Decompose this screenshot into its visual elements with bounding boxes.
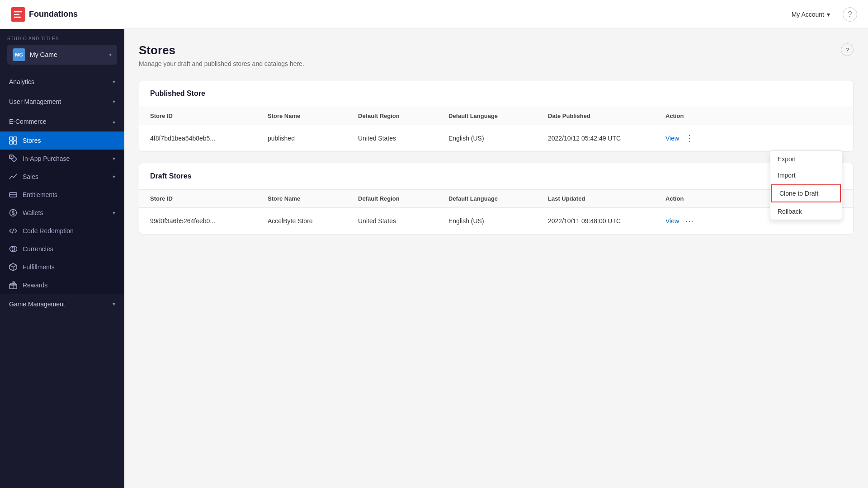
draft-stores-header: Draft Stores	[139, 163, 853, 190]
col-store-name-published: Store Name	[268, 113, 358, 119]
wallets-chevron-icon: ▾	[113, 210, 115, 216]
in-app-purchase-label: In-App Purchase	[23, 155, 70, 162]
svg-line-10	[12, 229, 14, 233]
dropdown-export[interactable]: Export	[770, 151, 842, 167]
app-body: STUDIO AND TITLES MG My Game ▾ Analytics…	[0, 29, 868, 488]
published-store-language: English (US)	[448, 135, 548, 142]
published-store-dropdown: Export Import Clone to Draft Rollback	[770, 150, 842, 220]
main-content: ? Stores Manage your draft and published…	[124, 29, 868, 488]
col-default-language-draft: Default Language	[448, 195, 548, 202]
draft-store-language: English (US)	[448, 217, 548, 225]
studio-name: My Game	[30, 51, 104, 58]
col-last-updated-draft: Last Updated	[548, 195, 665, 202]
my-account-label: My Account	[792, 11, 824, 18]
analytics-label: Analytics	[9, 78, 34, 85]
published-store-table-header: Store ID Store Name Default Region Defau…	[139, 107, 853, 125]
published-store-view-link[interactable]: View	[665, 135, 679, 142]
sidebar-item-rewards[interactable]: Rewards	[0, 276, 124, 294]
studio-selector[interactable]: MG My Game ▾	[7, 45, 117, 65]
sidebar-item-entitlements[interactable]: Entitlements	[0, 186, 124, 204]
published-store-action-cell: View ⋮ Export Import Clone to Draft Roll…	[665, 132, 842, 144]
draft-store-more-button[interactable]: ⋯	[683, 215, 696, 227]
draft-stores-section: Draft Stores Store ID Store Name Default…	[139, 163, 854, 235]
sidebar-item-code-redemption[interactable]: Code Redemption	[0, 222, 124, 240]
sidebar-item-analytics[interactable]: Analytics ▾	[0, 72, 124, 92]
published-store-row: 4f8f7bd1bea54b8eb5... published United S…	[139, 125, 853, 151]
draft-stores-table-header: Store ID Store Name Default Region Defau…	[139, 190, 853, 208]
sidebar-item-stores[interactable]: Stores	[0, 131, 124, 150]
in-app-chevron-icon: ▾	[113, 155, 115, 162]
draft-store-view-link[interactable]: View	[665, 217, 679, 225]
sidebar-item-sales[interactable]: Sales ▾	[0, 168, 124, 186]
sidebar-item-ecommerce[interactable]: E-Commerce ▴	[0, 112, 124, 131]
sidebar-item-currencies[interactable]: Currencies	[0, 240, 124, 258]
code-redemption-label: Code Redemption	[23, 227, 74, 235]
stores-label: Stores	[23, 137, 41, 144]
studio-avatar: MG	[13, 48, 25, 61]
page-title: Stores	[139, 43, 854, 57]
sidebar-item-fulfillments[interactable]: Fulfillments	[0, 258, 124, 276]
published-store-region: United States	[358, 135, 448, 142]
col-action-published: Action	[665, 113, 842, 119]
top-navigation: Foundations My Account ▾ ?	[0, 0, 868, 29]
coins-icon	[9, 245, 17, 253]
studio-section: STUDIO AND TITLES MG My Game ▾	[0, 29, 124, 68]
draft-store-last-updated: 2022/10/11 09:48:00 UTC	[548, 217, 665, 225]
rewards-label: Rewards	[23, 282, 47, 289]
svg-point-6	[11, 156, 12, 157]
published-store-section: Published Store Store ID Store Name Defa…	[139, 80, 854, 152]
published-store-header: Published Store	[139, 80, 853, 107]
col-default-region-published: Default Region	[358, 113, 448, 119]
sales-label: Sales	[23, 173, 38, 180]
published-store-date: 2022/10/12 05:42:49 UTC	[548, 135, 665, 142]
col-store-name-draft: Store Name	[268, 195, 358, 202]
user-management-chevron-icon: ▾	[113, 99, 115, 105]
svg-rect-3	[9, 141, 13, 144]
ecommerce-label: E-Commerce	[9, 118, 46, 125]
content-help-button[interactable]: ?	[841, 43, 854, 56]
col-date-published: Date Published	[548, 113, 665, 119]
draft-store-region: United States	[358, 217, 448, 225]
my-account-button[interactable]: My Account ▾	[786, 7, 835, 22]
col-default-region-draft: Default Region	[358, 195, 448, 202]
col-store-id-published: Store ID	[150, 113, 268, 119]
col-default-language-published: Default Language	[448, 113, 548, 119]
ecommerce-chevron-icon: ▴	[113, 118, 115, 125]
help-button[interactable]: ?	[843, 7, 857, 22]
svg-rect-2	[14, 137, 17, 140]
game-management-chevron-icon: ▾	[113, 301, 115, 307]
analytics-chevron-icon: ▾	[113, 79, 115, 85]
currencies-label: Currencies	[23, 245, 53, 253]
sidebar-item-user-management[interactable]: User Management ▾	[0, 92, 124, 112]
draft-store-row: 99d0f3a6b5264feeb0... AccelByte Store Un…	[139, 208, 853, 234]
sales-chevron-icon: ▾	[113, 174, 115, 180]
wallets-label: Wallets	[23, 209, 43, 216]
page-subtitle: Manage your draft and published stores a…	[139, 60, 854, 67]
sidebar: STUDIO AND TITLES MG My Game ▾ Analytics…	[0, 29, 124, 488]
sidebar-item-wallets[interactable]: Wallets ▾	[0, 204, 124, 222]
stores-icon	[9, 136, 17, 145]
dropdown-import[interactable]: Import	[770, 167, 842, 183]
tag-icon	[9, 155, 17, 163]
draft-store-name: AccelByte Store	[268, 217, 358, 225]
col-store-id-draft: Store ID	[150, 195, 268, 202]
top-nav-right: My Account ▾ ?	[786, 7, 857, 22]
game-management-label: Game Management	[9, 300, 65, 308]
sidebar-item-in-app-purchase[interactable]: In-App Purchase ▾	[0, 150, 124, 168]
published-store-more-button[interactable]: ⋮	[683, 132, 696, 144]
card-icon	[9, 191, 17, 199]
foundations-logo	[11, 7, 25, 22]
dropdown-rollback[interactable]: Rollback	[770, 203, 842, 220]
entitlements-label: Entitlements	[23, 191, 57, 198]
dropdown-clone-to-draft[interactable]: Clone to Draft	[771, 184, 841, 202]
svg-rect-4	[14, 141, 17, 144]
user-management-label: User Management	[9, 98, 61, 105]
ecommerce-subnav: Stores In-App Purchase ▾	[0, 131, 124, 294]
sidebar-item-game-management[interactable]: Game Management ▾	[0, 294, 124, 314]
sales-icon	[9, 173, 17, 181]
studio-chevron-icon: ▾	[109, 52, 112, 58]
published-store-name: published	[268, 135, 358, 142]
studio-label: STUDIO AND TITLES	[7, 36, 117, 41]
draft-store-id: 99d0f3a6b5264feeb0...	[150, 217, 268, 225]
box-icon	[9, 263, 17, 271]
